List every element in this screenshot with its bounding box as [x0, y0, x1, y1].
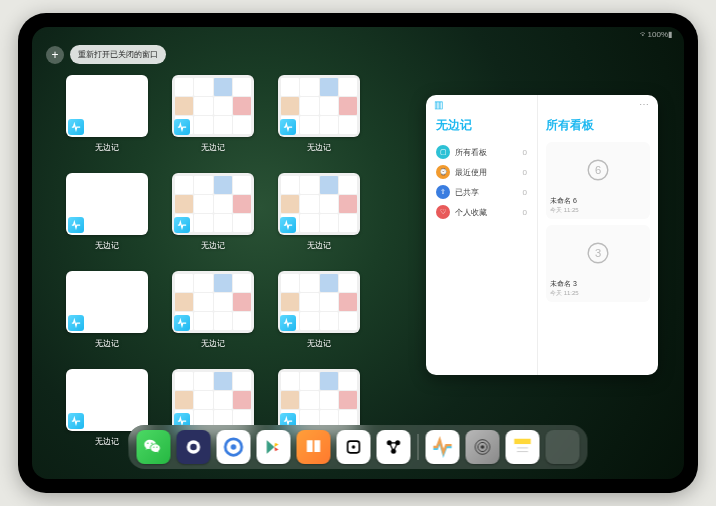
reopen-closed-window-button[interactable]: 重新打开已关闭的窗口	[70, 45, 166, 64]
dock-nodes-app[interactable]	[377, 430, 411, 464]
svg-point-7	[231, 444, 237, 450]
thumbnail-preview	[278, 271, 360, 333]
freeform-app-icon	[174, 315, 190, 331]
menu-count: 0	[523, 188, 527, 197]
menu-count: 0	[523, 148, 527, 157]
more-icon[interactable]: ⋯	[639, 99, 650, 110]
thumbnail-preview	[172, 75, 254, 137]
board-name: 未命名 3	[550, 279, 646, 289]
board-preview: 6	[550, 146, 646, 194]
window-label: 无边记	[95, 436, 119, 447]
panel-sidebar: 无边记 ▢ 所有看板 0 ⌚ 最近使用 0 ⇧ 已共享 0 ♡ 个人收藏 0	[426, 95, 538, 375]
window-thumbnail-1[interactable]: 无边记	[172, 75, 254, 153]
board-name: 未命名 6	[550, 196, 646, 206]
dock-app-folder[interactable]	[546, 430, 580, 464]
status-bar: ᯤ 100% ▮	[32, 27, 684, 41]
menu-count: 0	[523, 208, 527, 217]
menu-icon: ⌚	[436, 165, 450, 179]
window-grid: 无边记 无边记 无边记 无边记 无边记 无边记	[66, 75, 446, 447]
menu-icon: ⇧	[436, 185, 450, 199]
dock-notes[interactable]	[506, 430, 540, 464]
dock-wechat[interactable]	[137, 430, 171, 464]
window-thumbnail-6[interactable]: 无边记	[66, 271, 148, 349]
menu-label: 已共享	[455, 187, 518, 198]
panel-content-title: 所有看板	[546, 117, 650, 134]
board-item-0[interactable]: 6 未命名 6 今天 11:25	[546, 142, 650, 219]
new-window-button[interactable]: +	[46, 46, 64, 64]
svg-rect-16	[514, 439, 531, 445]
thumbnail-preview	[172, 369, 254, 431]
board-item-1[interactable]: 3 未命名 3 今天 11:25	[546, 225, 650, 302]
dock-separator	[418, 434, 419, 460]
dock-quark-dark[interactable]	[177, 430, 211, 464]
screen: ᯤ 100% ▮ + 重新打开已关闭的窗口 无边记 无边记 无边记 无边记	[32, 27, 684, 479]
sidebar-item-1[interactable]: ⌚ 最近使用 0	[436, 162, 527, 182]
panel-sidebar-title: 无边记	[436, 117, 527, 134]
freeform-app-icon	[68, 217, 84, 233]
window-label: 无边记	[307, 142, 331, 153]
board-time: 今天 11:25	[550, 206, 646, 215]
window-label: 无边记	[95, 338, 119, 349]
battery-label: 100%	[648, 30, 668, 39]
thumbnail-preview	[66, 369, 148, 431]
board-preview: 3	[550, 229, 646, 277]
window-label: 无边记	[95, 240, 119, 251]
svg-text:3: 3	[595, 247, 601, 259]
ipad-frame: ᯤ 100% ▮ + 重新打开已关闭的窗口 无边记 无边记 无边记 无边记	[18, 13, 698, 493]
dock-quark-light[interactable]	[217, 430, 251, 464]
window-thumbnail-0[interactable]: 无边记	[66, 75, 148, 153]
thumbnail-preview	[66, 271, 148, 333]
thumbnail-preview	[278, 173, 360, 235]
dock-freeform[interactable]	[426, 430, 460, 464]
freeform-app-icon	[280, 315, 296, 331]
freeform-app-icon	[68, 413, 84, 429]
board-time: 今天 11:25	[550, 289, 646, 298]
window-thumbnail-3[interactable]: 无边记	[66, 173, 148, 251]
top-bar: + 重新打开已关闭的窗口	[46, 45, 166, 64]
window-label: 无边记	[95, 142, 119, 153]
freeform-app-icon	[280, 217, 296, 233]
thumbnail-preview	[66, 173, 148, 235]
dock-play-store[interactable]	[257, 430, 291, 464]
window-thumbnail-2[interactable]: 无边记	[278, 75, 360, 153]
window-label: 无边记	[201, 240, 225, 251]
panel-content: 所有看板 6 未命名 6 今天 11:25 3 未命名 3 今天 11:25	[538, 95, 658, 375]
freeform-panel: ▥ ⋯ 无边记 ▢ 所有看板 0 ⌚ 最近使用 0 ⇧ 已共享 0 ♡ 个人收藏…	[426, 95, 658, 375]
thumbnail-preview	[172, 271, 254, 333]
menu-count: 0	[523, 168, 527, 177]
window-thumbnail-5[interactable]: 无边记	[278, 173, 360, 251]
window-label: 无边记	[201, 142, 225, 153]
freeform-app-icon	[68, 119, 84, 135]
menu-icon: ▢	[436, 145, 450, 159]
freeform-app-icon	[68, 315, 84, 331]
window-label: 无边记	[307, 338, 331, 349]
dock-dice-app[interactable]	[337, 430, 371, 464]
freeform-app-icon	[174, 119, 190, 135]
menu-label: 最近使用	[455, 167, 518, 178]
window-thumbnail-7[interactable]: 无边记	[172, 271, 254, 349]
menu-icon: ♡	[436, 205, 450, 219]
svg-text:6: 6	[595, 164, 601, 176]
thumbnail-preview	[172, 173, 254, 235]
dock-books[interactable]	[297, 430, 331, 464]
wifi-icon: ᯤ	[640, 30, 648, 39]
window-thumbnail-8[interactable]: 无边记	[278, 271, 360, 349]
menu-label: 所有看板	[455, 147, 518, 158]
svg-point-9	[352, 445, 355, 448]
sidebar-item-0[interactable]: ▢ 所有看板 0	[436, 142, 527, 162]
svg-point-15	[481, 445, 485, 449]
thumbnail-preview	[278, 369, 360, 431]
window-thumbnail-4[interactable]: 无边记	[172, 173, 254, 251]
dock	[129, 425, 588, 469]
window-label: 无边记	[201, 338, 225, 349]
battery-icon: ▮	[668, 30, 672, 39]
thumbnail-preview	[278, 75, 360, 137]
dock-settings[interactable]	[466, 430, 500, 464]
svg-rect-17	[514, 444, 531, 455]
sidebar-item-2[interactable]: ⇧ 已共享 0	[436, 182, 527, 202]
window-label: 无边记	[307, 240, 331, 251]
sidebar-item-3[interactable]: ♡ 个人收藏 0	[436, 202, 527, 222]
menu-label: 个人收藏	[455, 207, 518, 218]
svg-point-5	[190, 444, 197, 451]
sidebar-toggle-icon[interactable]: ▥	[434, 99, 443, 110]
